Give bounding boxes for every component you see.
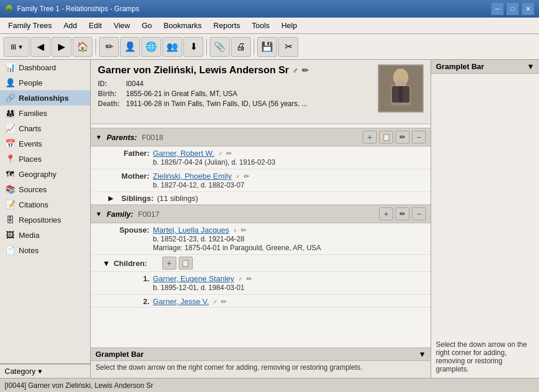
toolbar-families[interactable]: 👥	[162, 37, 182, 57]
back-icon: ◀	[37, 41, 44, 52]
father-name[interactable]: Garner, Robert W.	[153, 149, 214, 158]
sidebar-item-notes[interactable]: 📄 Notes	[0, 243, 90, 258]
sidebar-item-repositories[interactable]: 🗄 Repositories	[0, 212, 90, 227]
menu-help[interactable]: Help	[275, 19, 303, 32]
mother-name[interactable]: Zieliński, Phoebe Emily	[153, 172, 231, 180]
sidebar-item-events[interactable]: 📅 Events	[0, 136, 90, 151]
sidebar-item-people[interactable]: 👤 People	[0, 75, 90, 90]
parents-toggle[interactable]: ▼	[95, 134, 102, 141]
gramplet-sidebar-body: Select the down arrow on the right corne…	[431, 74, 539, 378]
toolbar-back[interactable]: ◀	[30, 37, 50, 57]
maximize-button[interactable]: □	[506, 2, 519, 15]
mother-edit-icon[interactable]: ✏	[244, 172, 250, 180]
siblings-toggle[interactable]: ▶	[108, 195, 113, 202]
cut-icon: ✂	[285, 41, 292, 52]
children-label: Children:	[114, 259, 147, 268]
people-icon: 👤	[5, 78, 15, 87]
children-toggle[interactable]: ▼	[103, 259, 110, 268]
person-photo-svg	[379, 66, 422, 111]
sidebar-item-charts[interactable]: 📈 Charts	[0, 121, 90, 136]
relationships-icon: 🔗	[5, 93, 15, 103]
bottom-gramplet-chevron[interactable]: ▼	[418, 350, 426, 359]
children-view-button[interactable]: 📋	[179, 257, 193, 270]
child-1-edit-icon[interactable]: ✏	[246, 275, 252, 283]
menu-family-trees[interactable]: Family Trees	[2, 19, 57, 32]
sidebar-item-geography[interactable]: 🗺 Geography	[0, 166, 90, 182]
parents-edit-button[interactable]: ✏	[395, 131, 410, 144]
titlebar-controls: ─ □ ✕	[491, 2, 534, 15]
sidebar-item-places[interactable]: 📍 Places	[0, 151, 90, 166]
gender-symbol: ♂	[292, 66, 298, 75]
parents-remove-button[interactable]: −	[412, 131, 426, 144]
sidebar-item-relationships[interactable]: 🔗 Relationships	[0, 90, 90, 105]
toolbar-person[interactable]: 👤	[120, 37, 140, 57]
gramplet-help-text: Select the down arrow on the right corne…	[436, 340, 534, 373]
sidebar-item-sources[interactable]: 📚 Sources	[0, 182, 90, 197]
spouse-edit-icon[interactable]: ✏	[241, 226, 247, 234]
close-button[interactable]: ✕	[521, 2, 534, 15]
father-gender: ♂	[218, 150, 223, 157]
sidebar-item-dashboard[interactable]: 📊 Dashboard	[0, 60, 90, 75]
mother-dates: b. 1827-04-12, d. 1882-03-07	[108, 181, 425, 189]
notes-icon: 📄	[5, 246, 15, 255]
gramplet-chevron[interactable]: ▼	[527, 62, 534, 71]
sidebar-item-families[interactable]: 👨‍👩‍👧 Families	[0, 105, 90, 121]
geography-icon: 🗺	[5, 169, 15, 179]
relationships-content[interactable]: ▼ Parents: F0018 + 📋 ✏ − Father: Garner,…	[91, 124, 431, 347]
child-1-name[interactable]: Garner, Eugene Stanley	[153, 274, 234, 283]
toolbar-home[interactable]: ⊞ ▾	[4, 37, 29, 57]
sidebar-item-citations[interactable]: 📝 Citations	[0, 197, 90, 212]
child-2-edit-icon[interactable]: ✏	[221, 298, 227, 306]
parents-view-button[interactable]: 📋	[379, 131, 393, 144]
statusbar: [I0044] Garner von Zieliński, Lewis Ande…	[0, 378, 539, 392]
toolbar-save[interactable]: 💾	[257, 37, 277, 57]
minimize-button[interactable]: ─	[491, 2, 504, 15]
mother-gender: ♀	[235, 173, 240, 180]
person-photo[interactable]	[378, 64, 424, 113]
menu-add[interactable]: Add	[57, 19, 83, 32]
toolbar-cut[interactable]: ✂	[278, 37, 298, 57]
spouse-gender: ♀	[233, 227, 237, 234]
children-add-button[interactable]: +	[162, 257, 176, 270]
siblings-row[interactable]: ▶ Siblings: (11 siblings)	[91, 192, 431, 204]
child-1-num: 1.	[108, 274, 149, 283]
events-icon: 📅	[5, 139, 15, 148]
menu-reports[interactable]: Reports	[207, 19, 246, 32]
toolbar-family-tree[interactable]: 🌐	[141, 37, 161, 57]
child-2-name[interactable]: Garner, Jesse V.	[153, 297, 209, 306]
toolbar-print[interactable]: 🖨	[231, 37, 251, 57]
family-remove-button[interactable]: −	[412, 207, 426, 220]
father-label-row: Father: Garner, Robert W. ♂ ✏	[108, 149, 425, 158]
toolbar-down[interactable]: ⬇	[183, 37, 203, 57]
sidebar-item-media[interactable]: 🖼 Media	[0, 227, 90, 243]
toolbar-edit[interactable]: ✏	[99, 37, 119, 57]
spouse-name[interactable]: Martel, Luella Jacques	[153, 226, 229, 234]
family-toggle[interactable]: ▼	[95, 210, 102, 217]
menu-bookmarks[interactable]: Bookmarks	[158, 19, 207, 32]
bottom-gramplet-header: Gramplet Bar ▼	[91, 348, 431, 361]
spouse-label-row: Spouse: Martel, Luella Jacques ♀ ✏	[108, 226, 425, 234]
parents-add-button[interactable]: +	[363, 131, 377, 144]
father-edit-icon[interactable]: ✏	[226, 149, 232, 158]
child-1-label-row: 1. Garner, Eugene Stanley ♂ ✏	[108, 274, 425, 283]
sidebar-label-charts: Charts	[19, 124, 41, 133]
bottom-gramplet-title: Gramplet Bar	[95, 350, 144, 359]
sidebar-label-sources: Sources	[19, 185, 47, 194]
sidebar-label-media: Media	[19, 231, 39, 240]
menu-view[interactable]: View	[108, 19, 136, 32]
child-2-num: 2.	[108, 297, 149, 306]
toolbar-attach[interactable]: 📎	[210, 37, 230, 57]
family-add-button[interactable]: +	[379, 207, 393, 220]
menu-edit[interactable]: Edit	[83, 19, 108, 32]
dashboard-icon: 📊	[5, 63, 15, 72]
mother-label-row: Mother: Zieliński, Phoebe Emily ♀ ✏	[108, 172, 425, 180]
toolbar-start[interactable]: 🏠	[73, 37, 93, 57]
edit-person-icon[interactable]: ✏	[302, 66, 309, 75]
status-text: [I0044] Garner von Zieliński, Lewis Ande…	[5, 381, 153, 390]
toolbar-forward[interactable]: ▶	[52, 37, 71, 57]
siblings-label: Siblings:	[117, 194, 153, 203]
family-edit-button[interactable]: ✏	[395, 207, 410, 220]
menu-tools[interactable]: Tools	[246, 19, 275, 32]
menu-go[interactable]: Go	[136, 19, 158, 32]
category-bar[interactable]: Category ▾	[0, 364, 90, 378]
